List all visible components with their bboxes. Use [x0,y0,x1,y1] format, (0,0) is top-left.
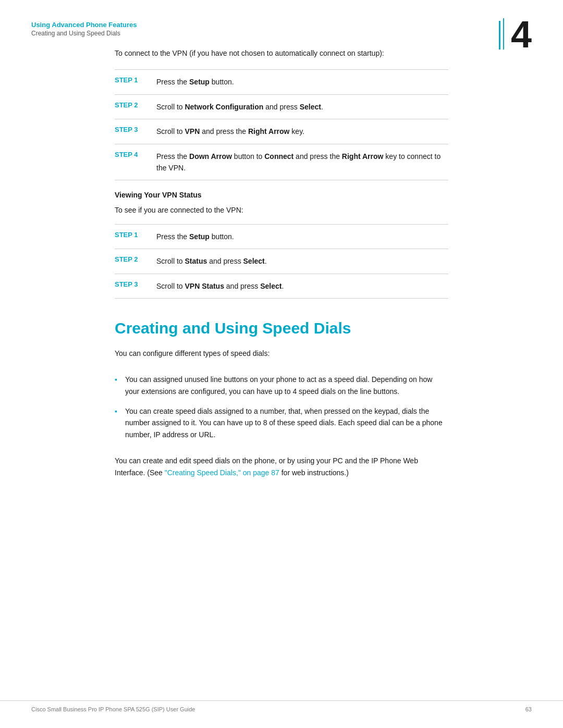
main-content: To connect to the VPN (if you have not c… [0,37,563,510]
vpn-connect-steps: STEP 1 Press the Setup button. STEP 2 Sc… [115,69,448,180]
breadcrumb-section: Creating and Using Speed Dials [31,30,532,37]
outro-end-text: for web instructions.) [279,468,349,477]
status-step-label-1: STEP 1 [115,224,156,249]
step-content-3: Scroll to VPN and press the Right Arrow … [156,119,448,144]
breadcrumb-chapter: Using Advanced Phone Features [31,21,532,29]
speed-dials-bullets: You can assigned unused line buttons on … [115,369,448,445]
subsection-title: Viewing Your VPN Status [115,191,448,199]
list-item: You can create speed dials assigned to a… [115,401,448,445]
step-content-2: Scroll to Network Configuration and pres… [156,94,448,119]
step-label-2: STEP 2 [115,94,156,119]
table-row: STEP 1 Press the Setup button. [115,224,448,249]
chapter-bar [499,21,500,50]
step-content-1: Press the Setup button. [156,70,448,94]
table-row: STEP 2 Scroll to Network Configuration a… [115,94,448,119]
step-label-3: STEP 3 [115,119,156,144]
vpn-connect-intro: To connect to the VPN (if you have not c… [115,47,448,59]
speed-dials-intro: You can configure different types of spe… [115,348,448,359]
status-step-label-3: STEP 3 [115,274,156,298]
list-item: You can assigned unused line buttons on … [115,369,448,401]
table-row: STEP 3 Scroll to VPN and press the Right… [115,119,448,144]
step-label-1: STEP 1 [115,70,156,94]
page-header: Using Advanced Phone Features Creating a… [0,0,563,37]
page-container: Using Advanced Phone Features Creating a… [0,0,563,728]
step-label-4: STEP 4 [115,144,156,180]
vpn-status-steps: STEP 1 Press the Setup button. STEP 2 Sc… [115,224,448,299]
speed-dials-heading: Creating and Using Speed Dials [115,319,448,337]
vpn-status-subsection: Viewing Your VPN Status To see if you ar… [115,191,448,216]
step-content-4: Press the Down Arrow button to Connect a… [156,144,448,180]
status-step-content-2: Scroll to Status and press Select. [156,249,448,274]
status-step-label-2: STEP 2 [115,249,156,274]
table-row: STEP 1 Press the Setup button. [115,70,448,94]
footer-page-number: 63 [525,706,532,712]
page-footer: Cisco Small Business Pro IP Phone SPA 52… [0,700,563,712]
status-step-content-3: Scroll to VPN Status and press Select. [156,274,448,298]
chapter-number: 4 [511,16,532,53]
footer-text: Cisco Small Business Pro IP Phone SPA 52… [31,706,195,712]
table-row: STEP 4 Press the Down Arrow button to Co… [115,144,448,180]
speed-dials-outro: You can create and edit speed dials on t… [115,455,448,478]
status-step-content-1: Press the Setup button. [156,224,448,249]
table-row: STEP 2 Scroll to Status and press Select… [115,249,448,274]
table-row: STEP 3 Scroll to VPN Status and press Se… [115,274,448,298]
vpn-status-intro: To see if you are connected to the VPN: [115,204,448,216]
speed-dials-link[interactable]: "Creating Speed Dials," on page 87 [165,468,279,477]
